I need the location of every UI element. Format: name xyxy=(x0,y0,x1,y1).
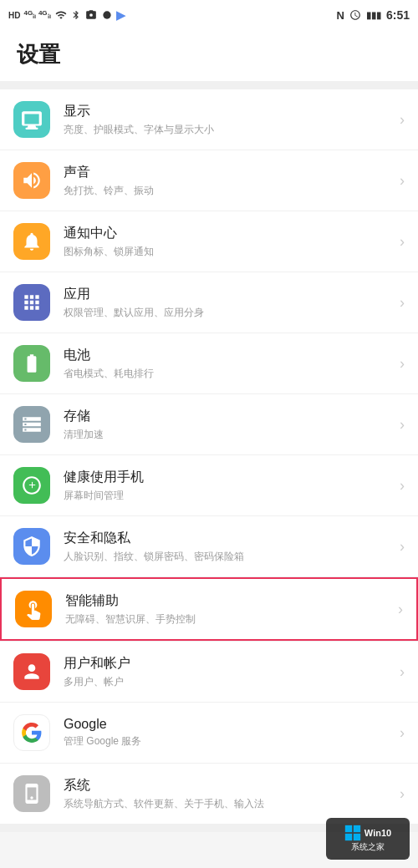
svg-rect-4 xyxy=(354,834,360,840)
assist-icon-wrapper xyxy=(15,591,52,627)
user-icon-wrapper xyxy=(13,653,50,690)
settings-item-display[interactable]: 显示亮度、护眼模式、字体与显示大小› xyxy=(0,89,418,150)
apps-subtitle: 权限管理、默认应用、应用分身 xyxy=(64,306,393,320)
health-text: 健康使用手机屏幕时间管理 xyxy=(64,469,393,503)
storage-icon-wrapper xyxy=(13,406,50,443)
battery-icon-wrapper xyxy=(13,345,50,382)
settings-item-google[interactable]: Google管理 Google 服务› xyxy=(0,703,418,763)
user-chevron: › xyxy=(400,663,405,681)
google-text: Google管理 Google 服务 xyxy=(64,717,393,749)
svg-rect-3 xyxy=(345,834,352,840)
n-icon: N xyxy=(337,9,344,22)
windows-icon xyxy=(344,825,361,841)
security-title: 安全和隐私 xyxy=(64,530,393,547)
bluetooth-icon xyxy=(71,9,81,21)
storage-title: 存储 xyxy=(64,408,393,425)
storage-subtitle: 清理加速 xyxy=(64,428,393,442)
system-icon-wrapper xyxy=(13,775,50,812)
google-chevron: › xyxy=(400,724,405,742)
health-icon-wrapper xyxy=(13,467,50,504)
notification-dot-icon xyxy=(101,9,113,21)
settings-item-notification[interactable]: 通知中心图标角标、锁屏通知› xyxy=(0,211,418,272)
google-subtitle: 管理 Google 服务 xyxy=(64,734,393,749)
status-bar: HD 4Gᵢₗ 4Gᵢₗ ▶ N ▮▮▮ 6:51 xyxy=(0,0,418,30)
health-chevron: › xyxy=(400,477,405,495)
settings-item-apps[interactable]: 应用权限管理、默认应用、应用分身› xyxy=(0,272,418,332)
notification-title: 通知中心 xyxy=(64,225,393,242)
svg-rect-1 xyxy=(345,825,352,832)
battery-title: 电池 xyxy=(64,347,393,364)
security-icon-wrapper xyxy=(13,528,50,565)
battery-subtitle: 省电模式、耗电排行 xyxy=(64,367,393,381)
svg-rect-2 xyxy=(354,825,360,832)
settings-item-security[interactable]: 安全和隐私人脸识别、指纹、锁屏密码、密码保险箱› xyxy=(0,516,418,576)
user-title: 用户和帐户 xyxy=(64,655,393,673)
notification-text: 通知中心图标角标、锁屏通知 xyxy=(64,225,393,259)
apps-text: 应用权限管理、默认应用、应用分身 xyxy=(64,286,393,320)
assist-text: 智能辅助无障碍、智慧识屏、手势控制 xyxy=(65,592,391,627)
svg-point-0 xyxy=(103,11,110,18)
system-chevron: › xyxy=(400,785,405,803)
status-right: N ▮▮▮ 6:51 xyxy=(337,8,410,22)
security-text: 安全和隐私人脸识别、指纹、锁屏密码、密码保险箱 xyxy=(64,530,393,564)
apps-chevron: › xyxy=(400,294,405,312)
display-title: 显示 xyxy=(64,103,393,120)
display-chevron: › xyxy=(400,111,405,129)
battery-text: 电池省电模式、耗电排行 xyxy=(64,347,393,381)
watermark-line2: 系统之家 xyxy=(351,841,385,853)
watermark-line1: Win10 xyxy=(364,828,391,838)
settings-list: 显示亮度、护眼模式、字体与显示大小›声音免打扰、铃声、振动›通知中心图标角标、锁… xyxy=(0,81,418,832)
user-subtitle: 多用户、帐户 xyxy=(64,675,393,689)
assist-subtitle: 无障碍、智慧识屏、手势控制 xyxy=(65,612,391,627)
settings-item-system[interactable]: 系统系统导航方式、软件更新、关于手机、输入法› xyxy=(0,764,418,824)
security-chevron: › xyxy=(400,538,405,556)
notification-chevron: › xyxy=(400,233,405,251)
assist-chevron: › xyxy=(398,601,403,618)
signal-icons: 4Gᵢₗ 4Gᵢₗ xyxy=(23,9,50,20)
time-display: 6:51 xyxy=(386,8,410,22)
settings-item-storage[interactable]: 存储清理加速› xyxy=(0,394,418,454)
carrier-text: HD xyxy=(8,11,20,20)
page-title-section: 设置 xyxy=(0,30,418,81)
sound-icon-wrapper xyxy=(13,162,50,199)
sound-subtitle: 免打扰、铃声、振动 xyxy=(64,184,393,198)
notification-subtitle: 图标角标、锁屏通知 xyxy=(64,245,393,259)
storage-text: 存储清理加速 xyxy=(64,408,393,442)
display-subtitle: 亮度、护眼模式、字体与显示大小 xyxy=(64,123,393,137)
settings-item-user[interactable]: 用户和帐户多用户、帐户› xyxy=(0,642,418,702)
camera-icon xyxy=(84,9,98,21)
page-title: 设置 xyxy=(17,40,401,69)
forward-icon: ▶ xyxy=(116,8,125,22)
clock-icon xyxy=(349,9,361,21)
user-text: 用户和帐户多用户、帐户 xyxy=(64,655,393,689)
apps-title: 应用 xyxy=(64,286,393,303)
status-left: HD 4Gᵢₗ 4Gᵢₗ ▶ xyxy=(8,8,125,22)
display-icon-wrapper xyxy=(13,101,50,138)
display-text: 显示亮度、护眼模式、字体与显示大小 xyxy=(64,103,393,137)
assist-title: 智能辅助 xyxy=(65,592,391,610)
sound-title: 声音 xyxy=(64,164,393,181)
settings-item-sound[interactable]: 声音免打扰、铃声、振动› xyxy=(0,150,418,211)
settings-item-health[interactable]: 健康使用手机屏幕时间管理› xyxy=(0,455,418,515)
battery-chevron: › xyxy=(400,355,405,373)
storage-chevron: › xyxy=(400,416,405,434)
system-text: 系统系统导航方式、软件更新、关于手机、输入法 xyxy=(64,777,393,811)
system-title: 系统 xyxy=(64,777,393,794)
settings-item-battery[interactable]: 电池省电模式、耗电排行› xyxy=(0,333,418,393)
apps-icon-wrapper xyxy=(13,284,50,321)
battery-status: ▮▮▮ xyxy=(366,10,381,21)
health-subtitle: 屏幕时间管理 xyxy=(64,489,393,503)
wifi-icon xyxy=(54,9,68,21)
sound-text: 声音免打扰、铃声、振动 xyxy=(64,164,393,198)
google-title: Google xyxy=(64,717,393,732)
watermark: Win10 系统之家 xyxy=(326,818,410,860)
settings-item-assist[interactable]: 智能辅助无障碍、智慧识屏、手势控制› xyxy=(0,577,418,641)
google-icon-wrapper xyxy=(13,714,50,751)
security-subtitle: 人脸识别、指纹、锁屏密码、密码保险箱 xyxy=(64,550,393,564)
health-title: 健康使用手机 xyxy=(64,469,393,486)
system-subtitle: 系统导航方式、软件更新、关于手机、输入法 xyxy=(64,797,393,811)
notification-icon-wrapper xyxy=(13,223,50,260)
sound-chevron: › xyxy=(400,172,405,190)
